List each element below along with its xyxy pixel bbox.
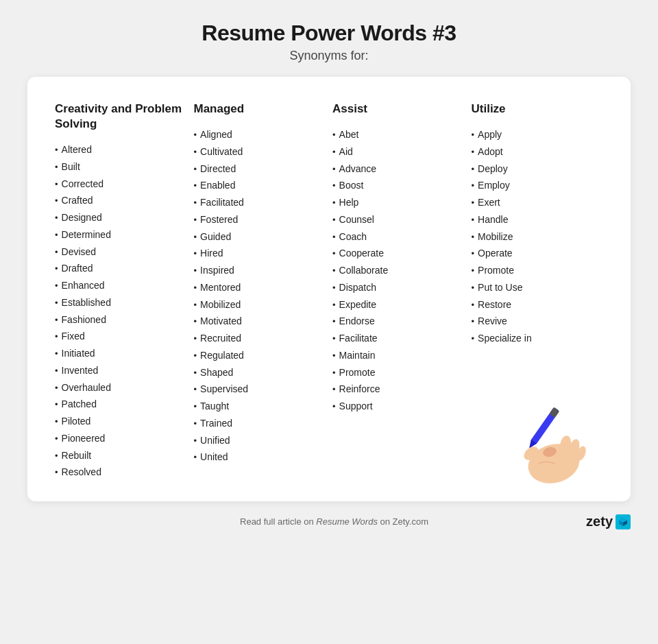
list-item: Unified: [194, 432, 326, 449]
list-item: Resolved: [55, 464, 187, 481]
list-item: Directed: [194, 160, 326, 178]
list-item: Hired: [194, 245, 326, 262]
list-item: Established: [55, 294, 187, 311]
list-item: Restore: [472, 296, 604, 313]
list-item: Handle: [472, 211, 604, 228]
list-item: Counsel: [332, 211, 465, 228]
list-item: Dispatch: [332, 279, 465, 296]
column-managed: Managed Aligned Cultivated Directed Enab…: [194, 102, 326, 481]
list-item: Enabled: [194, 177, 326, 194]
list-item: Aligned: [194, 126, 326, 143]
list-item: Fixed: [55, 328, 187, 345]
list-item: Boost: [332, 177, 465, 194]
list-item: Motivated: [194, 313, 326, 330]
list-item: Regulated: [194, 347, 326, 364]
list-item: Promote: [472, 262, 604, 279]
list-item: Piloted: [55, 413, 187, 430]
list-item: Endorse: [332, 313, 465, 330]
list-item: Guided: [194, 228, 326, 246]
list-item: Overhauled: [55, 379, 187, 396]
list-item: United: [194, 449, 326, 466]
list-item: Maintain: [332, 347, 465, 364]
list-item: Patched: [55, 396, 187, 413]
column-header-assist: Assist: [332, 102, 465, 117]
list-item: Built: [55, 158, 187, 176]
list-item: Promote: [332, 364, 465, 381]
list-item: Employ: [472, 177, 604, 194]
column-header-creativity: Creativity and Problem Solving: [55, 102, 187, 132]
list-item: Collaborate: [332, 262, 465, 279]
list-item: Recruited: [194, 330, 326, 347]
list-assist: Abet Aid Advance Boost Help Counsel Coac…: [332, 126, 465, 415]
zety-wordmark: zety: [586, 514, 613, 529]
list-item: Mentored: [194, 279, 326, 296]
list-item: Altered: [55, 141, 187, 158]
list-item: Trained: [194, 415, 326, 432]
list-item: Reinforce: [332, 381, 465, 398]
list-item: Abet: [332, 126, 465, 143]
page-title: Resume Power Words #3: [202, 21, 456, 46]
list-item: Invented: [55, 362, 187, 379]
list-item: Devised: [55, 243, 187, 261]
list-item: Adopt: [472, 143, 604, 160]
list-item: Cooperate: [332, 245, 465, 262]
hand-illustration: [500, 398, 610, 488]
list-item: Pioneered: [55, 430, 187, 447]
list-item: Designed: [55, 209, 187, 226]
list-item: Exert: [472, 194, 604, 211]
page-subtitle: Synonyms for:: [202, 49, 456, 63]
list-item: Operate: [472, 245, 604, 262]
list-item: Mobilize: [472, 228, 604, 246]
content-card: Creativity and Problem Solving Altered B…: [27, 77, 631, 501]
list-item: Supervised: [194, 381, 326, 398]
column-header-managed: Managed: [194, 102, 326, 117]
list-item: Help: [332, 194, 465, 211]
list-item: Corrected: [55, 176, 187, 193]
list-item: Advance: [332, 160, 465, 178]
list-utilize: Apply Adopt Deploy Employ Exert Handle M…: [472, 126, 604, 347]
list-item: Apply: [472, 126, 604, 143]
list-item: Taught: [194, 398, 326, 415]
footer-text: Read full article on Resume Words on Zet…: [82, 516, 586, 527]
list-item: Expedite: [332, 296, 465, 313]
list-item: Support: [332, 398, 465, 415]
column-creativity: Creativity and Problem Solving Altered B…: [55, 102, 187, 481]
list-item: Shaped: [194, 364, 326, 381]
column-header-utilize: Utilize: [472, 102, 604, 117]
list-item: Fostered: [194, 211, 326, 228]
list-item: Initiated: [55, 345, 187, 362]
list-item: Coach: [332, 228, 465, 246]
list-managed: Aligned Cultivated Directed Enabled Faci…: [194, 126, 326, 466]
list-item: Put to Use: [472, 279, 604, 296]
list-item: Deploy: [472, 160, 604, 178]
list-item: Enhanced: [55, 277, 187, 294]
list-item: Fashioned: [55, 311, 187, 329]
list-item: Crafted: [55, 192, 187, 209]
list-item: Drafted: [55, 260, 187, 277]
list-item: Rebuilt: [55, 447, 187, 464]
zety-logo: zety: [586, 514, 631, 529]
footer-italic: Resume Words: [316, 516, 378, 527]
list-item: Facilitate: [332, 330, 465, 347]
page-footer: Read full article on Resume Words on Zet…: [27, 514, 631, 529]
list-item: Facilitated: [194, 194, 326, 211]
column-assist: Assist Abet Aid Advance Boost Help Couns…: [332, 102, 465, 481]
page-header: Resume Power Words #3 Synonyms for:: [202, 21, 456, 63]
zety-cube-icon: [616, 514, 631, 529]
list-item: Determined: [55, 226, 187, 243]
list-item: Revive: [472, 313, 604, 330]
list-item: Cultivated: [194, 143, 326, 160]
list-item: Aid: [332, 143, 465, 160]
list-item: Mobilized: [194, 296, 326, 313]
list-creativity: Altered Built Corrected Crafted Designed…: [55, 141, 187, 481]
list-item: Inspired: [194, 262, 326, 279]
list-item: Specialize in: [472, 330, 604, 347]
